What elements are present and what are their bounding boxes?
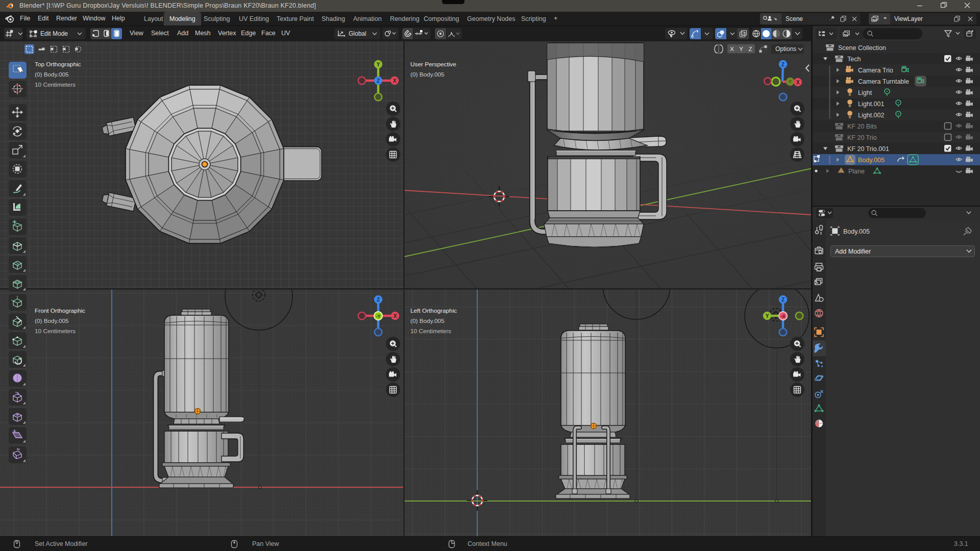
svg-text:(0) Body.005: (0) Body.005 <box>410 317 445 324</box>
svg-text:Y: Y <box>377 62 380 67</box>
svg-text:Light: Light <box>858 89 872 96</box>
svg-text:(0) Body.005: (0) Body.005 <box>35 71 69 78</box>
svg-text:Tech: Tech <box>847 56 861 63</box>
svg-text:Top Orthographic: Top Orthographic <box>35 61 81 68</box>
svg-text:-Y: -Y <box>376 314 381 319</box>
svg-text:Y: Y <box>766 313 769 319</box>
svg-text:(0) Body.005: (0) Body.005 <box>35 317 69 324</box>
svg-text:Y: Y <box>739 46 743 52</box>
svg-text:Z: Z <box>781 62 785 67</box>
svg-text:KF 20 Bits: KF 20 Bits <box>847 123 877 130</box>
svg-text:Z: Z <box>781 297 785 303</box>
svg-text:Add Modifier: Add Modifier <box>835 248 871 255</box>
svg-text:Camera Turntable: Camera Turntable <box>858 78 909 85</box>
svg-text:Camera Trio: Camera Trio <box>858 67 893 74</box>
svg-text:User Perspective: User Perspective <box>410 61 456 68</box>
svg-text:Light.002: Light.002 <box>858 112 884 119</box>
svg-text:Options: Options <box>775 45 796 53</box>
svg-text:10 Centimeters: 10 Centimeters <box>410 328 451 335</box>
svg-text:Scene Collection: Scene Collection <box>838 44 886 52</box>
svg-text:Z: Z <box>377 78 380 84</box>
svg-text:Z: Z <box>377 297 380 303</box>
svg-text:(0) Body.005: (0) Body.005 <box>410 71 445 78</box>
svg-text:Y: Y <box>789 79 792 84</box>
svg-text:Left Orthographic: Left Orthographic <box>410 307 457 314</box>
svg-text:Light.001: Light.001 <box>858 101 884 108</box>
svg-text:KF 20 Trio.001: KF 20 Trio.001 <box>847 145 889 153</box>
svg-text:X: X <box>394 313 397 319</box>
svg-text:Body.005: Body.005 <box>843 228 870 235</box>
svg-text:10 Centimeters: 10 Centimeters <box>35 81 76 88</box>
svg-text:Plane: Plane <box>848 168 865 175</box>
svg-text:X: X <box>796 80 800 85</box>
svg-text:10 Centimeters: 10 Centimeters <box>35 328 76 335</box>
svg-text:KF 20 Trio: KF 20 Trio <box>847 134 877 141</box>
svg-text:-X: -X <box>781 314 786 319</box>
svg-text:Z: Z <box>748 46 752 52</box>
svg-text:X: X <box>393 78 397 84</box>
svg-text:Body.005: Body.005 <box>858 157 885 164</box>
svg-text:Front Orthographic: Front Orthographic <box>35 307 85 314</box>
svg-text:X: X <box>730 46 734 52</box>
